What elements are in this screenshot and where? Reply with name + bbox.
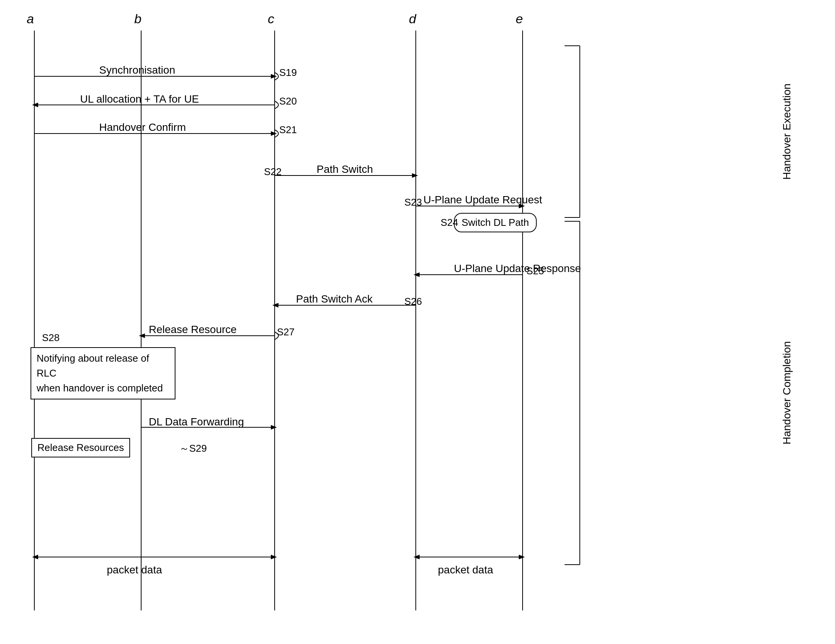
s20-step: S20 xyxy=(279,95,297,107)
s23-label: U-Plane Update Request xyxy=(423,194,542,206)
svg-marker-24 xyxy=(271,555,277,559)
svg-marker-16 xyxy=(414,272,419,277)
entity-e-label: e xyxy=(516,11,523,26)
svg-marker-22 xyxy=(271,425,277,429)
s28-step: S28 xyxy=(42,332,60,344)
s22-step: S22 xyxy=(264,166,281,178)
handover-execution-label: Handover Execution xyxy=(781,46,793,218)
s28-box: Notifying about release of RLCwhen hando… xyxy=(31,347,175,400)
packet-data-right-label: packet data xyxy=(438,564,493,576)
svg-marker-18 xyxy=(272,303,278,307)
s23-step: S23 xyxy=(405,197,422,208)
diagram-container: a b c d e Synchronisation S19 UL allocat… xyxy=(0,0,835,644)
handover-completion-label: Handover Completion xyxy=(781,221,793,564)
s21-label: Handover Confirm xyxy=(99,121,186,133)
s27-label: Release Resource xyxy=(149,324,237,336)
s27-step: S27 xyxy=(277,326,294,338)
entity-c-label: c xyxy=(268,11,274,26)
svg-marker-8 xyxy=(32,102,38,107)
svg-marker-20 xyxy=(139,333,145,338)
dl-forwarding-label: DL Data Forwarding xyxy=(149,416,244,428)
svg-marker-25 xyxy=(32,555,38,559)
entity-b-label: b xyxy=(134,11,141,26)
svg-marker-12 xyxy=(412,173,418,178)
s29-box: Release Resources xyxy=(31,438,130,457)
entity-d-label: d xyxy=(409,11,416,26)
s21-step: S21 xyxy=(279,124,297,136)
s24-step: S24 xyxy=(440,217,458,229)
s19-label: Synchronisation xyxy=(99,64,175,76)
s26-step: S26 xyxy=(405,296,422,307)
svg-marker-6 xyxy=(271,74,277,79)
s25-label: U-Plane Update Response xyxy=(454,262,581,275)
svg-marker-27 xyxy=(519,555,525,559)
s29-step: ～S29 xyxy=(179,442,207,455)
entity-a-label: a xyxy=(27,11,34,26)
packet-data-left-label: packet data xyxy=(107,564,162,576)
svg-marker-10 xyxy=(271,131,277,136)
svg-marker-28 xyxy=(414,555,419,559)
s20-label: UL allocation + TA for UE xyxy=(80,93,199,105)
s25-step: S25 xyxy=(526,265,544,277)
s26-label: Path Switch Ack xyxy=(296,293,373,305)
s24-box: Switch DL Path xyxy=(454,213,537,233)
s19-step: S19 xyxy=(279,67,297,79)
s22-label: Path Switch xyxy=(317,163,373,176)
